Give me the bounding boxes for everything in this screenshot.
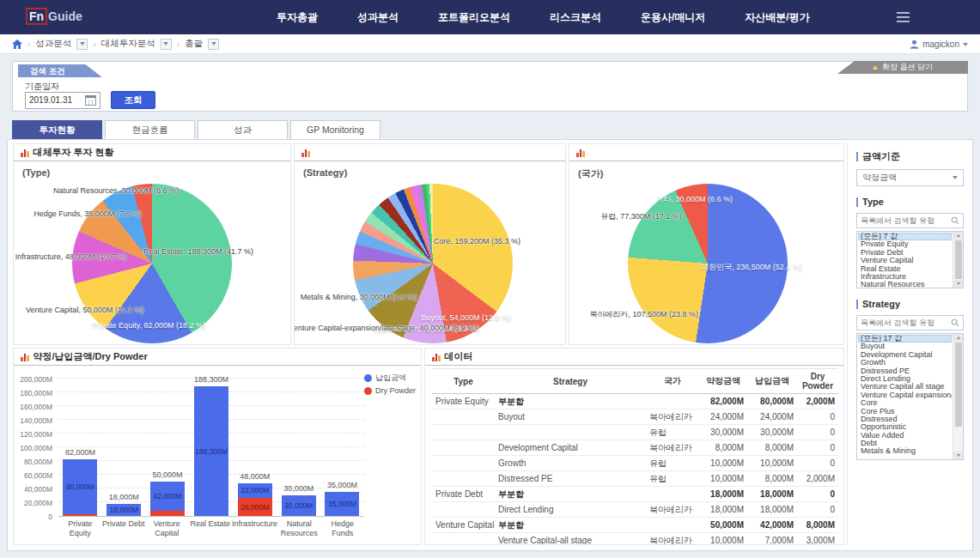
type-search-input[interactable] [861,216,951,225]
breadcrumb-bar: ›성과분석›대체투자분석›총괄 [0,34,980,54]
list-item[interactable]: Venture Capital all stage [858,383,952,391]
list-item[interactable]: Venture Capital expansion/late... [858,391,952,399]
breadcrumb-item[interactable]: 대체투자분석 [101,38,155,50]
list-item[interactable]: Growth [858,359,952,367]
main-menu: 투자총괄성과분석포트폴리오분석리스크분석운용사/매니저자산배분/평가 [277,0,810,34]
search-button[interactable]: 조회 [111,91,155,109]
table-cell [432,533,495,546]
bar-Infrastructure[interactable]: 48,000M22,000M26,000M [238,379,272,516]
user-menu[interactable]: magickon [910,34,968,54]
bar-segment: 188,300M [194,386,228,516]
list-item[interactable]: Real Estate [858,265,952,273]
menu-item[interactable]: 성과분석 [357,10,399,25]
amount-basis-select[interactable]: 약정금액 [856,169,964,186]
menu-item[interactable]: 투자총괄 [277,10,318,25]
scrollbar[interactable] [953,232,963,288]
breadcrumb-dropdown[interactable] [76,39,88,50]
pie-chart-country[interactable]: 대한민국, 236,500M (52.4 %)북아메리카, 107,500M (… [628,184,788,343]
list-item[interactable]: Private Equity [858,240,952,248]
list-item[interactable]: Buyout [858,343,952,350]
bar-stack: 22,000M26,000M [238,483,272,516]
table-cell: 유럽 [646,456,699,471]
bar-Venture Capital[interactable]: 50,000M42,000M [150,379,185,516]
scrollbar-thumb[interactable] [955,240,962,279]
bar-Natural Resources[interactable]: 30,000M30,000M [282,379,316,516]
list-item[interactable]: (모든) 17 값 [858,335,952,343]
table-cell: 10,000M [699,533,747,546]
list-item[interactable]: Metals & Mining [858,447,952,455]
list-item[interactable]: Direct Lending [858,375,952,383]
table-cell: 유럽 [646,425,699,440]
scrollbar[interactable] [953,334,963,459]
legend-label: Dry Powder [375,386,416,395]
bar-Hedge Funds[interactable]: 35,000M35,000M [325,379,359,516]
tab-현금흐름[interactable]: 현금흐름 [105,120,195,139]
breadcrumb-item[interactable]: 총괄 [185,38,203,50]
list-item[interactable]: Infrastructure [858,273,952,281]
strategy-filter-header: Strategy [856,299,964,309]
list-item[interactable]: Development Capital [858,351,952,359]
scroll-up-icon[interactable] [953,334,963,342]
menu-item[interactable]: 포트폴리오분석 [438,10,510,25]
table-cell: 북아메리카 [646,440,699,456]
legend-color-dot [364,374,372,382]
strategy-search-field [856,315,964,331]
search-icon [951,216,959,225]
menu-item[interactable]: 자산배분/평가 [745,10,809,25]
panel-title: 약정/납입금액/Dry Powder [33,350,148,363]
bar-segment: 80,000M [63,459,97,514]
scrollbar-thumb[interactable] [955,343,962,427]
scroll-down-icon[interactable] [953,452,963,459]
collapse-options-button[interactable]: 확장 옵션 닫기 [837,61,968,74]
y-axis-tick-label: 40,000M [24,485,52,494]
list-item[interactable]: Debt [858,440,952,447]
list-item[interactable]: Opportunistic [858,423,952,431]
list-item[interactable]: Core Plus [858,408,952,415]
header-bar-icon [856,197,858,207]
home-icon[interactable] [12,39,22,49]
list-item[interactable]: Value Added [858,432,952,440]
list-item[interactable]: Natural Resources [858,281,952,287]
pie-slice-label: 대한민국, 236,500M (52.4 %) [701,261,802,272]
menu-item[interactable]: 운용사/매니저 [641,10,705,25]
breadcrumb-dropdown[interactable] [208,39,219,50]
bar-total-label: 50,000M [153,470,183,479]
scroll-down-icon[interactable] [953,280,963,288]
table-row: Growth유럽10,000M10,000M0 [432,456,838,471]
bar-segment: 30,000M [282,495,316,516]
base-date-input[interactable] [29,95,81,105]
breadcrumb-item[interactable]: 성과분석 [35,38,71,50]
pie-chart-strategy[interactable]: Core, 159,200M (35.3 %)Buyout, 54,000M (… [353,184,513,343]
bar-Private Equity[interactable]: 82,000M80,000M [63,379,97,516]
pie-slice-label: Private Equity, 82,000M (18.2 %) [93,321,205,330]
brand-logo[interactable]: FnGuide [26,8,82,25]
hamburger-menu-icon[interactable] [897,12,910,22]
base-date-field[interactable] [25,92,100,109]
list-item[interactable]: Distressed PE [858,367,952,375]
strategy-search-input[interactable] [861,318,951,327]
tab-GP Monitoring[interactable]: GP Monitoring [290,120,380,139]
pie-slice-label: Real Estate, 188,300M (41.7 %) [143,247,253,256]
tab-성과[interactable]: 성과 [198,120,288,139]
pie-strategy-title: (Strategy) [303,167,347,178]
y-axis-tick-label: 160,000M [20,403,52,411]
bar-Real Estate[interactable]: 188,300M188,300M [194,379,228,516]
list-item[interactable]: Private Debt [858,249,952,257]
table-cell: 2,000M [797,471,838,487]
pie-chart-type[interactable]: Real Estate, 188,300M (41.7 %)Private Eq… [72,184,232,343]
pie-slice-label: Venture Capital, 50,000M (11.1 %) [26,306,143,314]
list-item[interactable]: (모든) 7 값 [858,233,952,240]
pie-slice-label: Infrastructure, 48,000M (10.6 %) [15,252,127,261]
user-name: magickon [922,39,959,49]
list-item[interactable]: Core [858,399,952,407]
panel-header: 데이터 [425,349,843,366]
tab-bar: 투자현황현금흐름성과GP Monitoring [12,120,383,139]
breadcrumb-dropdown[interactable] [161,39,172,50]
list-item[interactable]: Distressed [858,415,952,423]
calendar-icon[interactable] [85,95,96,106]
bar-Private Debt[interactable]: 18,000M18,000M [107,379,141,516]
menu-item[interactable]: 리스크분석 [550,10,601,25]
tab-투자현황[interactable]: 투자현황 [12,120,102,139]
scroll-up-icon[interactable] [953,232,963,240]
list-item[interactable]: Venture Capital [858,257,952,264]
